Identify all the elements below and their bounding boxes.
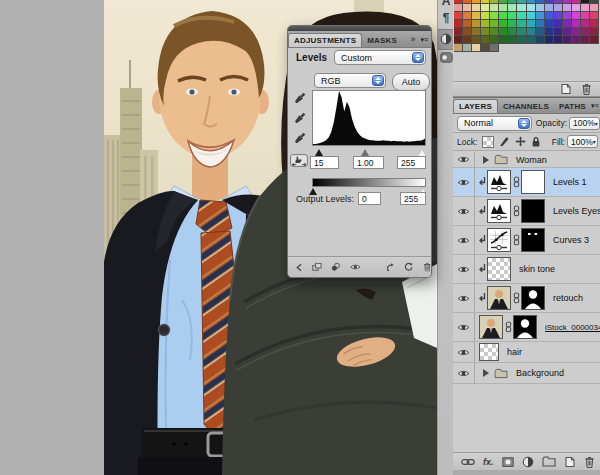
color-swatch[interactable]: [517, 36, 526, 44]
preset-dropdown[interactable]: Custom: [334, 50, 426, 65]
layer-row-levels-eyes[interactable]: Levels Eyes: [453, 197, 600, 226]
masks-panel-icon[interactable]: [439, 52, 453, 63]
auto-button[interactable]: Auto: [392, 73, 430, 91]
layer-style-icon[interactable]: fx.: [483, 457, 494, 467]
paragraph-panel-icon[interactable]: ¶: [439, 11, 453, 25]
color-swatch[interactable]: [499, 12, 508, 20]
color-swatch[interactable]: [536, 4, 545, 12]
highlight-input-slider[interactable]: [418, 149, 426, 156]
color-swatch[interactable]: [581, 36, 590, 44]
tab-channels[interactable]: CHANNELS: [498, 100, 554, 113]
color-swatch[interactable]: [499, 36, 508, 44]
layer-row-levels-1[interactable]: Levels 1: [453, 168, 600, 197]
color-swatch[interactable]: [472, 20, 481, 28]
fill-field[interactable]: 100% ▾: [567, 135, 598, 148]
color-swatch[interactable]: [454, 36, 463, 44]
color-swatch[interactable]: [545, 28, 554, 36]
color-swatch[interactable]: [463, 36, 472, 44]
layer-thumbnail[interactable]: [487, 257, 511, 281]
color-swatch[interactable]: [554, 36, 563, 44]
lock-move-icon[interactable]: [515, 136, 526, 147]
layer-row-retouch[interactable]: retouch: [453, 284, 600, 313]
color-swatch[interactable]: [472, 36, 481, 44]
add-mask-icon[interactable]: [502, 456, 514, 468]
channel-dropdown[interactable]: RGB: [314, 73, 386, 88]
layer-row-skin-tone[interactable]: skin tone: [453, 255, 600, 284]
color-swatch[interactable]: [454, 12, 463, 20]
character-panel-icon[interactable]: A: [439, 0, 453, 7]
return-to-list-icon[interactable]: [295, 262, 303, 273]
on-image-adjust-tool[interactable]: [290, 154, 308, 167]
color-swatch[interactable]: [463, 4, 472, 12]
color-swatch[interactable]: [536, 20, 545, 28]
clip-to-layer-icon[interactable]: [331, 261, 340, 273]
color-swatch[interactable]: [554, 20, 563, 28]
color-swatch[interactable]: [517, 20, 526, 28]
color-swatch[interactable]: [499, 4, 508, 12]
color-swatch[interactable]: [508, 4, 517, 12]
color-swatch[interactable]: [454, 28, 463, 36]
layer-name[interactable]: Levels 1: [553, 177, 587, 187]
mask-thumbnail[interactable]: [521, 199, 545, 223]
color-swatch[interactable]: [490, 36, 499, 44]
color-swatch[interactable]: [563, 20, 572, 28]
panel-collapse-icon[interactable]: »: [410, 34, 418, 47]
layer-name[interactable]: Woman: [516, 155, 547, 165]
color-swatch[interactable]: [563, 36, 572, 44]
color-swatch[interactable]: [536, 28, 545, 36]
layer-name[interactable]: Curves 3: [553, 235, 589, 245]
color-swatch[interactable]: [463, 28, 472, 36]
color-swatch[interactable]: [463, 44, 472, 52]
delete-layer-icon[interactable]: [584, 456, 595, 468]
color-swatch[interactable]: [581, 12, 590, 20]
visibility-toggle[interactable]: [453, 342, 475, 362]
color-swatch[interactable]: [590, 36, 599, 44]
opacity-arrow-icon[interactable]: ▾: [595, 120, 598, 127]
color-swatch[interactable]: [472, 4, 481, 12]
layer-row-hair[interactable]: hair: [453, 342, 600, 363]
color-swatch[interactable]: [481, 12, 490, 20]
tab-masks[interactable]: MASKS: [362, 34, 402, 47]
mask-thumbnail[interactable]: [521, 228, 545, 252]
highlight-input-field[interactable]: 255: [397, 156, 426, 169]
output-shadow-field[interactable]: 0: [358, 192, 381, 205]
delete-swatch-icon[interactable]: [581, 83, 592, 95]
shadow-input-field[interactable]: 15: [310, 156, 339, 169]
color-swatch[interactable]: [545, 12, 554, 20]
layer-name[interactable]: hair: [507, 347, 522, 357]
color-swatch[interactable]: [563, 4, 572, 12]
visibility-toggle[interactable]: [453, 363, 475, 383]
reset-adjustment-icon[interactable]: [404, 261, 413, 273]
color-swatch[interactable]: [490, 4, 499, 12]
color-swatch[interactable]: [490, 44, 499, 52]
visibility-toggle[interactable]: [453, 313, 475, 341]
panel-menu-icon[interactable]: ▾≡: [591, 102, 600, 113]
color-swatch[interactable]: [490, 12, 499, 20]
layer-row-curves-3[interactable]: Curves 3: [453, 226, 600, 255]
color-swatch[interactable]: [490, 28, 499, 36]
opacity-field[interactable]: 100% ▾: [569, 117, 600, 130]
lock-all-icon[interactable]: [531, 136, 541, 148]
tab-adjustments[interactable]: ADJUSTMENTS: [288, 33, 362, 47]
color-swatch[interactable]: [490, 20, 499, 28]
color-swatch[interactable]: [463, 20, 472, 28]
visibility-toggle[interactable]: [453, 168, 475, 196]
new-group-icon[interactable]: [542, 456, 556, 467]
black-point-eyedropper-icon[interactable]: [292, 91, 308, 107]
color-swatch[interactable]: [454, 4, 463, 12]
toggle-visibility-icon[interactable]: [350, 262, 361, 272]
color-swatch[interactable]: [517, 4, 526, 12]
view-previous-state-icon[interactable]: [386, 261, 395, 273]
color-swatch[interactable]: [472, 12, 481, 20]
color-swatch[interactable]: [563, 28, 572, 36]
layer-thumbnail[interactable]: [487, 286, 511, 310]
color-swatch[interactable]: [572, 20, 581, 28]
color-swatch[interactable]: [554, 4, 563, 12]
tab-paths[interactable]: PATHS: [554, 100, 591, 113]
color-swatch[interactable]: [572, 12, 581, 20]
layer-name[interactable]: Levels Eyes: [553, 206, 600, 216]
color-swatch[interactable]: [581, 4, 590, 12]
layer-thumbnail[interactable]: [479, 315, 503, 339]
new-swatch-icon[interactable]: [560, 83, 572, 95]
delete-adjustment-icon[interactable]: [423, 261, 431, 273]
